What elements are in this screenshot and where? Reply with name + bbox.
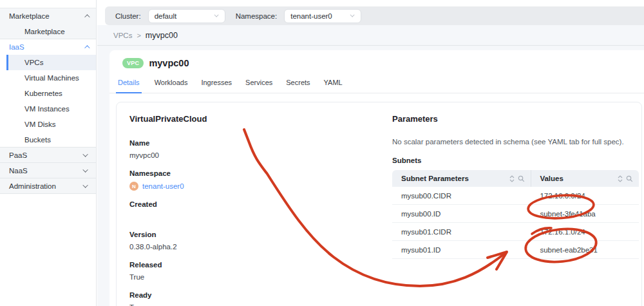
table-row: mysub00.CIDR 172.16.0.0/24 xyxy=(392,187,639,205)
sidebar-item-kubernetes[interactable]: Kubernetes xyxy=(0,86,96,101)
sidebar-section-naas[interactable]: NaaS xyxy=(0,163,96,178)
cluster-select-value: default xyxy=(155,12,177,20)
tab-workloads[interactable]: Workloads xyxy=(154,79,189,93)
breadcrumb-vpcs-link[interactable]: VPCs xyxy=(113,32,132,39)
chevron-down-icon xyxy=(82,167,88,172)
field-ready: Ready True xyxy=(129,291,342,306)
field-created: Created xyxy=(129,200,342,221)
card-header: VPC myvpc00 xyxy=(109,50,644,68)
cluster-namespace-bar: Cluster: default Namespace: tenant-user0 xyxy=(105,6,644,25)
sidebar-item-vm-disks[interactable]: VM Disks xyxy=(0,117,96,132)
namespace-link[interactable]: tenant-user0 xyxy=(142,182,184,190)
sidebar-top-spacer xyxy=(0,0,96,8)
sidebar-section-label: Marketplace xyxy=(9,12,50,20)
tab-yaml[interactable]: YAML xyxy=(323,79,343,93)
field-label: Ready xyxy=(129,291,342,299)
chevron-up-icon xyxy=(84,14,90,19)
vpc-card: VPC myvpc00 Details Workloads Ingresses … xyxy=(109,50,644,306)
sort-icon[interactable] xyxy=(509,175,515,182)
details-panel: VirtualPrivateCloud Name myvpc00 Namespa… xyxy=(116,102,642,306)
field-version: Version 0.38.0-alpha.2 xyxy=(129,231,342,251)
sidebar-item-label: Virtual Machines xyxy=(24,74,79,82)
sidebar-section-administration[interactable]: Administration xyxy=(0,178,96,194)
field-label: Namespace xyxy=(129,169,342,177)
field-label: Name xyxy=(129,139,342,147)
breadcrumb-separator: > xyxy=(137,32,140,39)
subnets-table: Subnet Parameters Values xyxy=(392,170,639,259)
cluster-label: Cluster: xyxy=(115,12,141,20)
field-value: True xyxy=(129,273,342,282)
field-label: Released xyxy=(129,261,342,269)
field-name: Name myvpc00 xyxy=(129,139,342,160)
field-value: True xyxy=(129,303,342,306)
search-icon[interactable] xyxy=(518,175,525,182)
column-header-label: Subnet Parameters xyxy=(401,175,469,182)
sidebar-item-virtual-machines[interactable]: Virtual Machines xyxy=(0,70,96,86)
cluster-select[interactable]: default xyxy=(148,9,225,23)
tab-services[interactable]: Services xyxy=(245,79,273,93)
sidebar-item-label: Marketplace xyxy=(24,28,65,35)
search-icon[interactable] xyxy=(626,175,633,182)
breadcrumb: VPCs > myvpc00 xyxy=(97,25,644,46)
subnet-value-cell: subnet-3fe41aba xyxy=(531,210,639,218)
sidebar-item-vm-instances[interactable]: VM Instances xyxy=(0,101,96,117)
subnet-value-cell: 172.16.0.0/24 xyxy=(531,192,639,200)
table-row: mysub00.ID subnet-3fe41aba xyxy=(392,205,639,223)
namespace-select-value: tenant-user0 xyxy=(290,12,332,20)
content-background: VPC myvpc00 Details Workloads Ingresses … xyxy=(97,46,644,306)
parameters-note: No scalar parameters detected in schema … xyxy=(392,138,639,146)
tab-bar: Details Workloads Ingresses Services Sec… xyxy=(109,79,644,93)
sidebar-section-label: IaaS xyxy=(9,43,24,51)
subnet-param-cell: mysub00.ID xyxy=(392,210,531,218)
sidebar-section-paas[interactable]: PaaS xyxy=(0,148,96,163)
sidebar-item-marketplace[interactable]: Marketplace xyxy=(0,24,96,39)
subnet-param-cell: mysub00.CIDR xyxy=(392,192,531,200)
chevron-down-icon xyxy=(82,182,88,187)
tab-ingresses[interactable]: Ingresses xyxy=(200,79,232,93)
field-value: myvpc00 xyxy=(129,151,342,160)
resource-heading: VirtualPrivateCloud xyxy=(129,114,342,124)
sort-icon[interactable] xyxy=(618,175,623,182)
table-row: mysub01.ID subnet-eab2be31 xyxy=(392,241,639,259)
subnets-table-header: Subnet Parameters Values xyxy=(392,170,639,187)
tab-details[interactable]: Details xyxy=(116,79,142,93)
chevron-down-icon xyxy=(82,151,88,157)
sidebar-item-buckets[interactable]: Buckets xyxy=(0,132,96,148)
field-value: 0.38.0-alpha.2 xyxy=(129,243,342,251)
subnet-param-cell: mysub01.CIDR xyxy=(392,228,531,236)
sidebar-item-label: Buckets xyxy=(24,136,51,144)
tab-secrets[interactable]: Secrets xyxy=(285,79,310,93)
namespace-select[interactable]: tenant-user0 xyxy=(284,9,361,23)
namespace-avatar: N xyxy=(129,182,138,191)
sidebar-item-vpcs[interactable]: VPCs xyxy=(6,55,96,70)
sidebar-item-label: VPCs xyxy=(24,59,43,66)
column-header-label: Values xyxy=(540,175,563,182)
table-row: mysub01.CIDR 172.16.1.0/24 xyxy=(392,223,639,241)
chevron-down-icon xyxy=(214,13,218,17)
vpc-badge: VPC xyxy=(122,58,144,68)
field-label: Created xyxy=(129,200,342,208)
resource-details-column: VirtualPrivateCloud Name myvpc00 Namespa… xyxy=(129,114,342,306)
sidebar-item-label: Kubernetes xyxy=(24,90,62,97)
sidebar-section-marketplace[interactable]: Marketplace xyxy=(0,8,96,24)
sidebar: Marketplace Marketplace IaaS VPCs Virtua… xyxy=(0,0,97,306)
subnets-label: Subnets xyxy=(392,157,639,164)
subnet-value-cell: subnet-eab2be31 xyxy=(531,246,639,254)
field-released: Released True xyxy=(129,261,342,282)
sidebar-section-label: NaaS xyxy=(9,167,28,175)
chevron-up-icon xyxy=(84,45,90,50)
field-namespace: Namespace N tenant-user0 xyxy=(129,169,342,191)
column-values: Values xyxy=(531,170,639,187)
page-title: myvpc00 xyxy=(149,58,189,68)
sidebar-section-label: Administration xyxy=(9,182,56,190)
main-area: Cluster: default Namespace: tenant-user0… xyxy=(97,0,644,306)
parameters-column: Parameters No scalar parameters detected… xyxy=(392,114,639,259)
sidebar-item-label: VM Disks xyxy=(24,120,56,128)
namespace-label: Namespace: xyxy=(236,12,278,20)
breadcrumb-current: myvpc00 xyxy=(146,31,178,40)
chevron-down-icon xyxy=(350,13,355,17)
sidebar-item-label: VM Instances xyxy=(24,105,70,113)
sidebar-section-label: PaaS xyxy=(9,151,27,159)
field-label: Version xyxy=(129,231,342,238)
sidebar-section-iaas[interactable]: IaaS xyxy=(0,39,96,55)
